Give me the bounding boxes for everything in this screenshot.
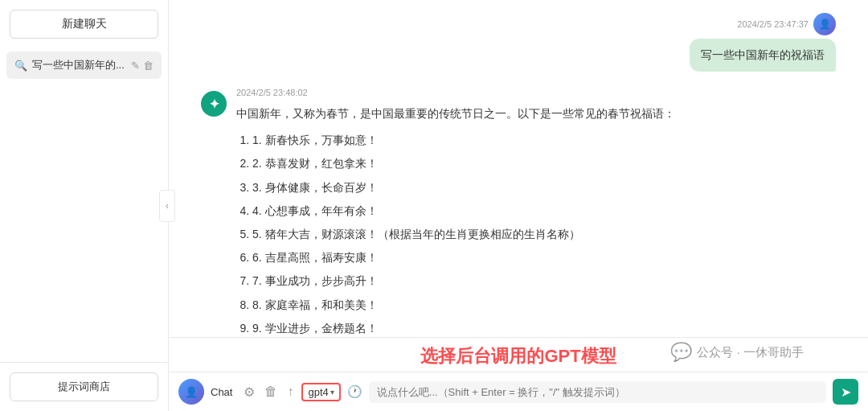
send-icon: ➤ xyxy=(841,384,851,400)
ai-avatar-icon: ✦ xyxy=(209,97,219,112)
send-button[interactable]: ➤ xyxy=(833,379,858,405)
clock-icon[interactable]: 🕐 xyxy=(347,384,362,399)
search-icon: 🔍 xyxy=(14,60,27,72)
collapse-toggle[interactable]: ‹ xyxy=(159,190,175,222)
user-avatar: 👤 xyxy=(813,13,836,35)
new-chat-button[interactable]: 新建聊天 xyxy=(10,10,158,39)
prompt-store-button[interactable]: 提示词商店 xyxy=(10,372,158,401)
user-bubble: 写一些中国新年的祝福语 xyxy=(690,39,836,72)
list-item: 8. 家庭幸福，和和美美！ xyxy=(252,295,836,315)
list-item: 1. 新春快乐，万事如意！ xyxy=(252,130,836,150)
chat-item-actions: ✎ 🗑 xyxy=(131,60,154,72)
list-item: 3. 身体健康，长命百岁！ xyxy=(252,178,836,198)
upload-button[interactable]: ↑ xyxy=(285,383,295,401)
list-item: 7. 事业成功，步步高升！ xyxy=(252,271,836,291)
model-selector[interactable]: gpt4 ▾ xyxy=(301,383,340,401)
chat-label: Chat xyxy=(211,386,232,398)
ai-avatar: ✦ xyxy=(201,91,227,117)
user-message-timestamp: 2024/2/5 23:47:37 👤 xyxy=(737,13,836,35)
list-item: 9. 学业进步，金榜题名！ xyxy=(252,319,836,337)
input-bar: 👤 Chat ⚙ 🗑 ↑ gpt4 ▾ 🕐 ➤ xyxy=(169,372,868,411)
chat-input[interactable] xyxy=(377,386,818,398)
user-avatar-icon: 👤 xyxy=(819,18,831,30)
settings-button[interactable]: ⚙ xyxy=(242,383,256,401)
delete-icon[interactable]: 🗑 xyxy=(143,60,154,72)
user-small-icon: 👤 xyxy=(185,386,198,398)
chevron-down-icon: ▾ xyxy=(330,388,334,397)
model-name: gpt4 xyxy=(308,386,328,398)
user-icon-small: 👤 xyxy=(178,379,204,405)
annotation-label: 选择后台调用的GPT模型 xyxy=(169,338,868,372)
user-message-container: 2024/2/5 23:47:37 👤 写一些中国新年的祝福语 xyxy=(201,13,836,72)
chat-bottom: 选择后台调用的GPT模型 👤 Chat ⚙ 🗑 ↑ gpt4 ▾ 🕐 ➤ xyxy=(169,337,868,411)
ai-content: 2024/2/5 23:48:02 中国新年，又称为春节，是中国最重要的传统节日… xyxy=(236,88,836,337)
list-item: 4. 心想事成，年年有余！ xyxy=(252,201,836,221)
input-actions: ⚙ 🗑 ↑ xyxy=(242,383,295,401)
ai-text: 中国新年，又称为春节，是中国最重要的传统节日之一。以下是一些常见的春节祝福语： … xyxy=(236,104,836,337)
ai-list: 1. 新春快乐，万事如意！ 2. 恭喜发财，红包拿来！ 3. 身体健康，长命百岁… xyxy=(236,130,836,337)
ai-timestamp: 2024/2/5 23:48:02 xyxy=(236,88,836,97)
chat-item-text: 写一些中国新年的... xyxy=(32,58,126,72)
sidebar-bottom: 提示词商店 xyxy=(0,362,168,411)
list-item: 6. 吉星高照，福寿安康！ xyxy=(252,248,836,268)
chat-list-item[interactable]: 🔍 写一些中国新年的... ✎ 🗑 xyxy=(6,51,162,79)
ai-message-container: ✦ 2024/2/5 23:48:02 中国新年，又称为春节，是中国最重要的传统… xyxy=(201,88,836,337)
ai-intro: 中国新年，又称为春节，是中国最重要的传统节日之一。以下是一些常见的春节祝福语： xyxy=(236,104,836,124)
main-area: ‹ 2024/2/5 23:47:37 👤 写一些中国新年的祝福语 ✦ 2024… xyxy=(169,0,868,411)
sidebar: 新建聊天 🔍 写一些中国新年的... ✎ 🗑 提示词商店 xyxy=(0,0,169,411)
list-item: 5. 猪年大吉，财源滚滚！（根据当年的生肖更换相应的生肖名称） xyxy=(252,224,836,245)
edit-icon[interactable]: ✎ xyxy=(131,60,140,72)
chevron-left-icon: ‹ xyxy=(166,200,169,212)
input-field-wrapper xyxy=(369,381,826,403)
list-item: 2. 恭喜发财，红包拿来！ xyxy=(252,154,836,174)
delete-button[interactable]: 🗑 xyxy=(263,383,279,401)
chat-messages: 2024/2/5 23:47:37 👤 写一些中国新年的祝福语 ✦ 2024/2… xyxy=(169,0,868,337)
